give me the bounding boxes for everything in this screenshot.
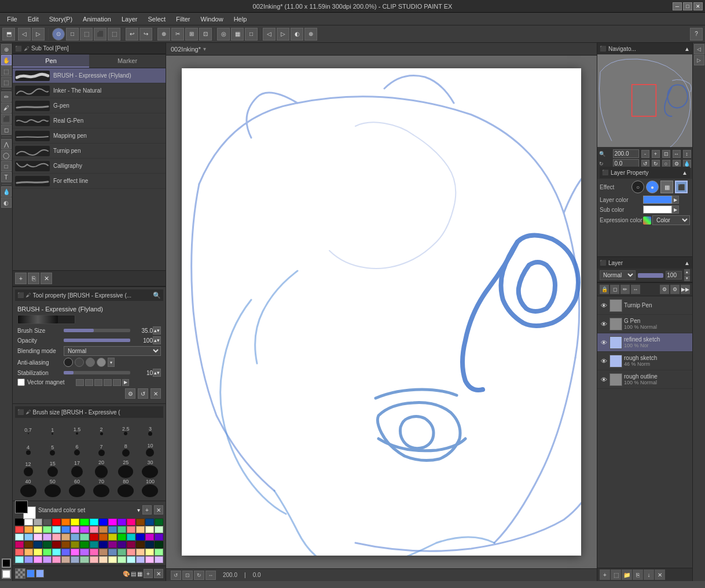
size-item-4[interactable]: 2.5 (114, 421, 138, 440)
zoom-input[interactable] (613, 149, 639, 158)
brush-item-6[interactable]: Calligraphy (13, 159, 166, 174)
stabilization-stepper[interactable]: ▴▾ (153, 369, 161, 377)
size-item-9[interactable]: 7 (90, 440, 113, 459)
menu-file[interactable]: File (2, 14, 22, 24)
color-swatch-69[interactable] (61, 549, 70, 556)
menu-layer[interactable]: Layer (117, 14, 142, 24)
tool-lasso[interactable]: ◯ (1, 150, 12, 160)
color-swatch-37[interactable] (61, 534, 70, 541)
layer-item-2[interactable]: 👁refined sketch100 % Nor (597, 333, 692, 352)
prev-tool-btn[interactable]: ◁ (18, 28, 31, 41)
panel-btn-1[interactable]: ◁ (694, 44, 704, 54)
color-swatch-25[interactable] (99, 526, 108, 533)
color-swatch-45[interactable] (136, 534, 145, 541)
canvas-btn-circle[interactable]: ⊙ (52, 28, 65, 41)
color-swatch-8[interactable] (90, 519, 98, 525)
size-item-12[interactable]: 12 (16, 460, 40, 478)
size-item-6[interactable]: 4 (16, 440, 40, 459)
fit-btn[interactable]: ⊡ (662, 150, 670, 158)
color-swatch-44[interactable] (127, 534, 135, 541)
navigator-collapse-btn[interactable]: ▲ (684, 46, 690, 52)
close-button[interactable]: ✕ (693, 2, 703, 10)
color-swatch-76[interactable] (127, 549, 135, 556)
color-swatch-30[interactable] (145, 526, 154, 533)
aa-btn-mid[interactable] (86, 358, 95, 367)
color-swatch-95[interactable] (155, 556, 163, 563)
color-swatch-43[interactable] (118, 534, 126, 541)
layer-collapse-btn[interactable]: ▲ (684, 260, 690, 266)
sub-color-swatch[interactable] (643, 205, 672, 214)
layer-item-0[interactable]: 👁Turnip Pen (597, 296, 692, 315)
zoom-out-btn[interactable]: - (641, 150, 649, 158)
size-item-22[interactable]: 80 (114, 479, 138, 497)
transparent-color[interactable] (15, 568, 25, 579)
color-swatch-92[interactable] (127, 556, 135, 563)
new-layer-btn[interactable]: + (600, 569, 610, 580)
color-swatch-84[interactable] (52, 556, 61, 563)
color-swatch-39[interactable] (80, 534, 89, 541)
size-item-2[interactable]: 1.5 (65, 421, 89, 440)
color-swatch-66[interactable] (34, 549, 42, 556)
menu-help[interactable]: Help (229, 14, 252, 24)
opacity-stepper[interactable]: ▴▾ (153, 336, 161, 344)
color-tool-3[interactable]: ▦ (137, 571, 142, 577)
color-swatch-87[interactable] (80, 556, 89, 563)
color-swatch-7[interactable] (80, 519, 89, 525)
save-btn[interactable]: ⬛ (94, 28, 107, 41)
navigator-preview[interactable] (597, 54, 692, 147)
color-swatch-75[interactable] (118, 549, 126, 556)
color-swatch-67[interactable] (43, 549, 52, 556)
layer-blend-select[interactable]: Normal (600, 270, 636, 280)
minimize-button[interactable]: ─ (673, 2, 682, 10)
color-swatch-24[interactable] (90, 526, 98, 533)
color-swatch-33[interactable] (24, 534, 33, 541)
tool-select[interactable]: ⬚ (1, 66, 12, 76)
color-add-btn[interactable]: + (142, 505, 152, 514)
next-page-btn[interactable]: ▷ (277, 28, 289, 41)
color-swatch-58[interactable] (108, 541, 117, 548)
size-item-18[interactable]: 40 (16, 479, 40, 497)
color-swatch-35[interactable] (43, 534, 52, 541)
color-swatch-57[interactable] (99, 541, 108, 548)
color-swatch-64[interactable] (15, 549, 24, 556)
move-btn[interactable]: ⬚ (108, 28, 120, 41)
size-item-11[interactable]: 10 (138, 440, 162, 459)
tool-blend[interactable]: ◐ (1, 197, 12, 208)
tool-text[interactable]: T (1, 172, 12, 182)
size-item-14[interactable]: 17 (65, 460, 89, 478)
brush-size-stepper[interactable]: ▴▾ (153, 326, 161, 335)
color-swatch-18[interactable] (34, 526, 42, 533)
color-swatch-77[interactable] (136, 549, 145, 556)
help-btn[interactable]: ? (690, 28, 703, 41)
color-swatch-46[interactable] (145, 534, 154, 541)
menu-window[interactable]: Window (196, 14, 228, 24)
undo-btn[interactable]: ↩ (126, 28, 138, 41)
vector-magnet-arrow[interactable]: ▶ (122, 379, 129, 386)
color-swatch-34[interactable] (34, 534, 42, 541)
lock-position-btn[interactable]: ↔ (631, 285, 640, 294)
panel-btn-2[interactable]: ▷ (694, 55, 704, 65)
color-swatch-26[interactable] (108, 526, 117, 533)
tool-brush[interactable]: 🖌 (1, 102, 12, 113)
fg-color-swatch[interactable] (15, 501, 28, 513)
menu-story[interactable]: Story(P) (45, 14, 77, 24)
tool-pen[interactable]: ✏ (1, 91, 12, 102)
color-foreground[interactable] (2, 558, 11, 568)
color-swatch-83[interactable] (43, 556, 52, 563)
color-swatch-63[interactable] (155, 541, 163, 548)
color-swatch-79[interactable] (155, 549, 163, 556)
color-swatch-20[interactable] (52, 526, 61, 533)
color-swatch-19[interactable] (43, 526, 52, 533)
timeline-btn[interactable]: ◐ (291, 28, 303, 41)
color-history-1[interactable] (27, 569, 35, 578)
layer-eye-1[interactable]: 👁 (600, 320, 608, 328)
color-swatch-52[interactable] (52, 541, 61, 548)
layer-eye-3[interactable]: 👁 (600, 357, 608, 365)
tool-settings-btn[interactable]: ⚙ (125, 388, 135, 399)
window-controls[interactable]: ─ □ ✕ (673, 2, 703, 10)
canvas-viewport[interactable] (166, 56, 597, 568)
color-swatch-32[interactable] (15, 534, 24, 541)
color-swatch-85[interactable] (61, 556, 70, 563)
grid-btn[interactable]: ◎ (217, 28, 230, 41)
lock-transparent-btn[interactable]: ◻ (610, 285, 619, 294)
